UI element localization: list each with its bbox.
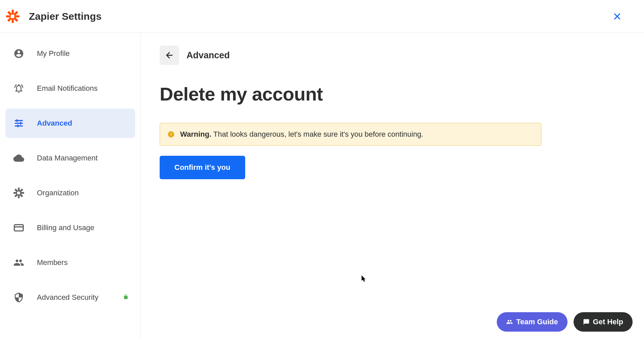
floating-buttons: Team Guide Get Help [497,312,633,332]
warning-prefix: Warning. [180,130,211,138]
warning-alert: Warning. That looks dangerous, let's mak… [160,123,541,146]
bell-icon [12,82,25,95]
back-button[interactable] [160,46,179,65]
sidebar-item-label: Data Management [37,154,98,162]
close-icon [612,11,622,21]
sidebar-item-members[interactable]: Members [5,248,135,277]
page-heading: Delete my account [160,83,625,105]
sidebar-item-advanced[interactable]: Advanced [5,109,135,138]
sidebar-item-label: Billing and Usage [37,223,94,232]
people-icon [506,319,513,325]
breadcrumb-title: Advanced [186,50,230,61]
sidebar-item-label: Advanced [37,119,72,128]
sidebar-item-my-profile[interactable]: My Profile [5,39,135,68]
zapier-logo-icon [6,10,19,23]
sidebar-item-organization[interactable]: Organization [5,178,135,208]
person-icon [12,47,25,60]
sidebar-item-label: Members [37,258,68,267]
get-help-button[interactable]: Get Help [574,312,633,332]
warning-message: That looks dangerous, let's make sure it… [211,130,423,138]
header: Zapier Settings [0,0,644,33]
sidebar-item-advanced-security[interactable]: Advanced Security [5,283,135,312]
sidebar-item-label: My Profile [37,49,70,58]
warning-text: Warning. That looks dangerous, let's mak… [180,130,423,139]
sidebar-item-email-notifications[interactable]: Email Notifications [5,74,135,103]
asterisk-icon [12,186,25,200]
sidebar-item-label: Advanced Security [37,293,98,302]
sidebar: My Profile Email Notifications Advanced … [0,33,141,339]
page-title: Zapier Settings [29,11,102,22]
sidebar-item-label: Organization [37,189,79,197]
arrow-left-icon [165,51,174,60]
lock-badge-icon [123,294,128,301]
team-guide-button[interactable]: Team Guide [497,312,567,332]
sidebar-item-billing[interactable]: Billing and Usage [5,213,135,243]
confirm-button[interactable]: Confirm it's you [160,156,245,179]
shield-icon [12,291,25,304]
chat-icon [583,319,590,325]
cloud-icon [12,151,25,165]
team-guide-label: Team Guide [516,318,558,326]
warning-icon [167,131,175,138]
credit-card-icon [12,221,25,234]
content: My Profile Email Notifications Advanced … [0,33,644,339]
sidebar-item-label: Email Notifications [37,84,98,93]
main: Advanced Delete my account Warning. That… [141,33,644,339]
get-help-label: Get Help [593,318,623,326]
sidebar-item-data-management[interactable]: Data Management [5,143,135,173]
people-icon [12,256,25,269]
header-left: Zapier Settings [6,10,102,23]
sliders-icon [12,117,25,130]
svg-rect-8 [14,225,23,231]
close-button[interactable] [610,10,624,23]
breadcrumb: Advanced [160,46,625,65]
